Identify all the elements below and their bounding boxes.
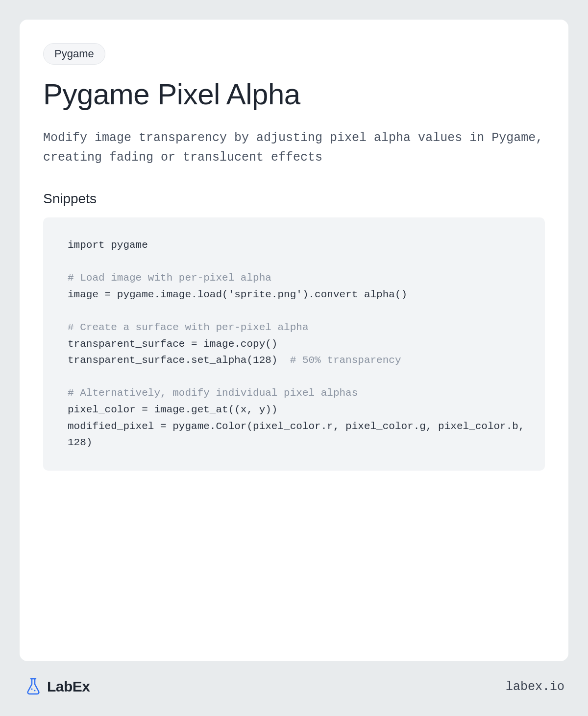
code-comment: # Alternatively, modify individual pixel… xyxy=(68,387,358,399)
snippets-heading: Snippets xyxy=(43,191,545,207)
code-comment: # 50% transparency xyxy=(290,355,401,366)
code-line: import pygame xyxy=(68,239,148,251)
svg-point-1 xyxy=(34,690,36,692)
code-snippet: import pygame # Load image with per-pixe… xyxy=(43,217,545,471)
code-line: pixel_color = image.get_at((x, y)) xyxy=(68,404,277,415)
page-description: Modify image transparency by adjusting p… xyxy=(43,128,545,167)
site-url: labex.io xyxy=(506,680,564,694)
page-footer: LabEx labex.io xyxy=(20,661,568,696)
code-line: transparent_surface = image.copy() xyxy=(68,338,277,350)
flask-icon xyxy=(24,677,43,696)
content-card: Pygame Pygame Pixel Alpha Modify image t… xyxy=(20,20,568,661)
svg-point-0 xyxy=(31,689,33,690)
code-line: image = pygame.image.load('sprite.png').… xyxy=(68,289,407,300)
brand-logo: LabEx xyxy=(24,677,90,696)
brand-name: LabEx xyxy=(47,678,90,695)
category-tag: Pygame xyxy=(43,43,105,65)
code-comment: # Create a surface with per-pixel alpha xyxy=(68,322,308,333)
code-line: transparent_surface.set_alpha(128) xyxy=(68,355,290,366)
code-line: modified_pixel = pygame.Color(pixel_colo… xyxy=(68,421,531,449)
page-title: Pygame Pixel Alpha xyxy=(43,78,545,111)
code-comment: # Load image with per-pixel alpha xyxy=(68,272,271,284)
